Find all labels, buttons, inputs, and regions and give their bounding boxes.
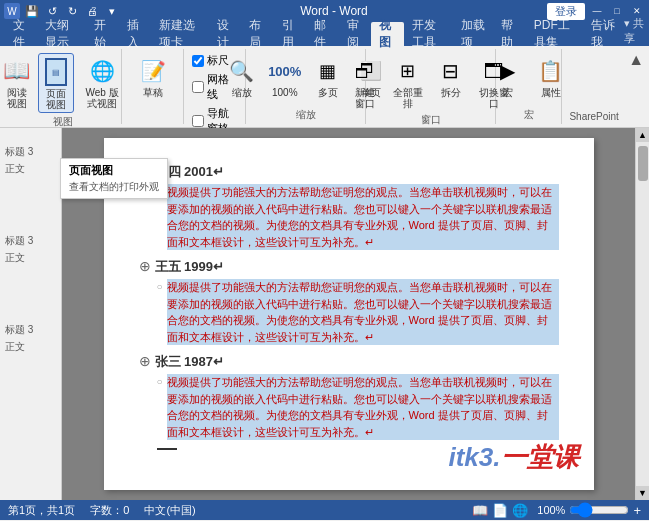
sidebar-content-2: 正文	[0, 250, 61, 266]
section2-text: 视频提供了功能强大的方法帮助您证明您的观点。当您单击联机视频时，可以在要添加的视…	[167, 279, 559, 345]
ribbon: 文件 大纲显示 开始 插入 新建选项卡 设计 布局 引用 邮件 审阅 视图 开发…	[0, 22, 649, 128]
ruler-checkbox[interactable]	[192, 55, 204, 67]
ribbon-group-macro: ▶ 宏 📋 属性 宏	[498, 49, 563, 124]
tab-insert[interactable]: 插入	[119, 22, 151, 46]
arrange-all-btn[interactable]: ⊞ 全部重排	[386, 53, 430, 111]
page-info: 第1页，共1页	[8, 503, 75, 518]
ribbon-group-views: 📖 阅读视图 ▤ 页面视图 🌐 Web 版式视图 视图	[5, 49, 122, 124]
zoom-icon: 🔍	[226, 55, 258, 87]
tab-addins[interactable]: 加载项	[453, 22, 494, 46]
view-group-label: 视图	[53, 115, 73, 129]
gridlines-checkbox[interactable]	[192, 81, 204, 93]
split-icon: ⊟	[435, 55, 467, 87]
sidebar-heading-1: 标题 3	[0, 143, 61, 161]
attr-label: 属性	[541, 87, 561, 98]
tab-help[interactable]: 帮助	[493, 22, 525, 46]
tooltip-desc: 查看文档的打印外观	[69, 180, 159, 194]
tab-review[interactable]: 审阅	[339, 22, 371, 46]
ribbon-group-draft: 📝 草稿	[124, 49, 184, 124]
tab-design[interactable]: 设计	[209, 22, 241, 46]
multipage-icon: ▦	[312, 55, 344, 87]
view-mode-web[interactable]: 🌐	[512, 503, 528, 518]
split-btn[interactable]: ⊟ 拆分	[433, 53, 469, 100]
sidebar-labels: 标题 3 正文 标题 3 正文 标题 3 正文	[0, 143, 61, 355]
macro-buttons: ▶ 宏 📋 属性	[488, 51, 571, 106]
section2-body: ○ 视频提供了功能强大的方法帮助您证明您的观点。当您单击联机视频时，可以在要添加…	[157, 279, 559, 345]
collapse-ribbon-btn[interactable]: ▲	[628, 51, 644, 69]
sidebar-content-3: 正文	[0, 339, 61, 355]
web-icon: 🌐	[86, 55, 118, 87]
view-mode-read[interactable]: 📖	[472, 503, 488, 518]
tab-home[interactable]: 开始	[86, 22, 118, 46]
ribbon-content: 📖 阅读视图 ▤ 页面视图 🌐 Web 版式视图 视图	[0, 46, 649, 128]
expand-btn-2[interactable]: ⊕	[139, 258, 151, 274]
web-view-btn[interactable]: 🌐 Web 版式视图	[77, 53, 127, 111]
page-label: 页面视图	[43, 88, 69, 110]
zoom100-icon: 100%	[269, 55, 301, 87]
tab-tellme[interactable]: 告诉我	[583, 22, 624, 46]
section3-text: 视频提供了功能强大的方法帮助您证明您的观点。当您单击联机视频时，可以在要添加的视…	[167, 374, 559, 440]
view-mode-page[interactable]: 📄	[492, 503, 508, 518]
multipage-btn[interactable]: ▦ 多页	[308, 53, 348, 100]
attr-icon: 📋	[535, 55, 567, 87]
zoom100-label: 100%	[272, 87, 298, 98]
tab-view[interactable]: 视图	[371, 22, 403, 46]
zoom-slider[interactable]	[569, 505, 629, 515]
zoom-group-label: 缩放	[296, 108, 316, 122]
draft-label: 草稿	[143, 87, 163, 98]
section3-text-content: 视频提供了功能强大的方法帮助您证明您的观点。当您单击联机视频时，可以在要添加的视…	[167, 376, 552, 438]
tab-file[interactable]: 文件	[5, 22, 37, 46]
tab-layout[interactable]: 布局	[241, 22, 273, 46]
tab-dev[interactable]: 开发工具	[404, 22, 453, 46]
arrange-label: 全部重排	[390, 87, 426, 109]
share-btn[interactable]: ▾ 共享	[624, 16, 645, 46]
draft-icon: 📝	[137, 55, 169, 87]
page-icon: ▤	[40, 56, 72, 88]
macro-group-label: 宏	[524, 108, 534, 122]
split-label: 拆分	[441, 87, 461, 98]
read-label: 阅读视图	[7, 87, 27, 109]
tab-ref[interactable]: 引用	[274, 22, 306, 46]
nav-checkbox[interactable]	[192, 115, 204, 127]
read-view-btn[interactable]: 📖 阅读视图	[0, 53, 35, 111]
tab-newtab[interactable]: 新建选项卡	[151, 22, 208, 46]
section3-heading-row: ⊕ 张三 1987↵	[139, 353, 559, 371]
document-page: ⊕ 李四 2001↵ ○ 视频提供了功能强大的方法帮助您证明您的观点。当您单击联…	[104, 138, 594, 490]
expand-btn-3[interactable]: ⊕	[139, 353, 151, 369]
scroll-thumb[interactable]	[638, 146, 648, 181]
multipage-label: 多页	[318, 87, 338, 98]
zoom-label: 缩放	[232, 87, 252, 98]
scroll-down-btn[interactable]: ▼	[636, 486, 650, 500]
section1-text-content: 视频提供了功能强大的方法帮助您证明您的观点。当您单击联机视频时，可以在要添加的视…	[167, 186, 552, 248]
read-icon: 📖	[1, 55, 33, 87]
sharepoint-label: SharePoint	[569, 111, 618, 122]
sidebar-heading-3: 标题 3	[0, 321, 61, 339]
zoom-in-btn[interactable]: +	[633, 503, 641, 518]
tab-pdf[interactable]: PDF工具集	[526, 22, 583, 46]
new-window-btn[interactable]: 🗗 新建窗口	[347, 53, 383, 111]
page-view-btn[interactable]: ▤ 页面视图	[38, 53, 74, 113]
zoom100-btn[interactable]: 100% 100%	[265, 53, 305, 100]
zoom-btn[interactable]: 🔍 缩放	[222, 53, 262, 100]
main-area: 页面视图 查看文档的打印外观 标题 3 正文 标题 3 正文 标题 3 正文 ⊕…	[0, 128, 649, 500]
view-buttons: 📖 阅读视图 ▤ 页面视图 🌐 Web 版式视图	[0, 51, 127, 113]
section2-text-content: 视频提供了功能强大的方法帮助您证明您的观点。当您单击联机视频时，可以在要添加的视…	[167, 281, 552, 343]
bullet-2: ○	[157, 281, 163, 345]
draft-buttons: 📝 草稿	[133, 51, 173, 120]
tab-outline[interactable]: 大纲显示	[37, 22, 86, 46]
ribbon-group-sharepoint: SharePoint	[564, 49, 624, 124]
scroll-track	[638, 142, 648, 486]
draft-btn[interactable]: 📝 草稿	[133, 53, 173, 100]
new-window-label: 新建窗口	[355, 87, 375, 109]
section1-body: ○ 视频提供了功能强大的方法帮助您证明您的观点。当您单击联机视频时，可以在要添加…	[157, 184, 559, 250]
macro-btn[interactable]: ▶ 宏	[488, 53, 528, 100]
tab-mail[interactable]: 邮件	[306, 22, 338, 46]
scroll-up-btn[interactable]: ▲	[636, 128, 650, 142]
ribbon-group-window: 🗗 新建窗口 ⊞ 全部重排 ⊟ 拆分 🗔 切换窗口 窗口	[368, 49, 496, 124]
bullet-3: ○	[157, 376, 163, 440]
window-group-label: 窗口	[421, 113, 441, 127]
cursor-line	[157, 448, 177, 450]
scrollbar[interactable]: ▲ ▼	[635, 128, 649, 500]
sidebar-heading-2: 标题 3	[0, 232, 61, 250]
macro-label: 宏	[503, 87, 513, 98]
